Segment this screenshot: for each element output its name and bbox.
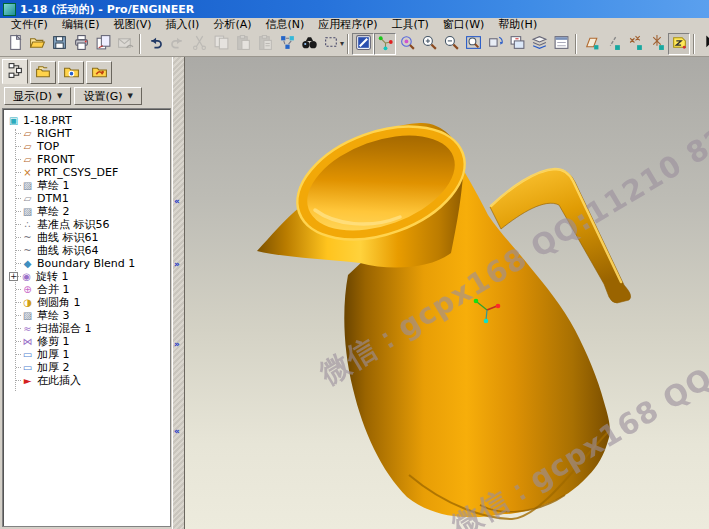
copy-button[interactable] [210,33,232,55]
tree-item-label[interactable]: Boundary Blend 1 [35,257,137,270]
menu-item-10[interactable]: 帮助(H) [491,18,544,31]
pitcher-funnel[interactable] [257,105,480,267]
paste-button[interactable] [232,33,254,55]
tree-item-label[interactable]: 倒圆角 1 [35,296,83,309]
tree-item[interactable]: ▨草绘 2 [3,205,170,218]
tree-item-label[interactable]: TOP [35,140,61,153]
datum-axes-button[interactable] [602,33,624,55]
tree-item-label[interactable]: 在此插入 [35,374,83,387]
save-button[interactable] [48,33,70,55]
tree-item-label[interactable]: 1-18.PRT [21,114,74,127]
repaint-button[interactable] [352,33,374,55]
datum-points-button[interactable] [624,33,646,55]
zoom-out-button[interactable] [440,33,462,55]
menu-item-3[interactable]: 视图(V) [106,18,158,31]
tree-item-label[interactable]: 合并 1 [35,283,72,296]
menu-item-5[interactable]: 分析(A) [206,18,258,31]
paste-special-button[interactable] [254,33,276,55]
refit-button[interactable] [462,33,484,55]
navigator-connections-tab[interactable] [86,61,112,84]
save-a-copy-button[interactable] [92,33,114,55]
view-manager-button[interactable] [550,33,572,55]
chevron-down-icon[interactable]: ▾ [340,39,344,48]
tree-item[interactable]: ▭加厚 1 [3,348,170,361]
tree-item-label[interactable]: PRT_CSYS_DEF [35,166,120,179]
tree-item-label[interactable]: 修剪 1 [35,335,72,348]
tree-item[interactable]: ▱DTM1 [3,192,170,205]
menu-item-9[interactable]: 窗口(W) [436,18,491,31]
tree-item[interactable]: ►在此插入 [3,374,170,387]
settings-button[interactable]: 设置(G) ▼ [74,87,142,105]
tree-item[interactable]: ~曲线 标识61 [3,231,170,244]
navigator-model-tree-tab[interactable] [2,59,28,84]
sash-collapse-icon[interactable]: « [174,197,180,205]
redo-button[interactable] [166,33,188,55]
spin-center-button[interactable] [374,33,396,55]
tree-item[interactable]: +◉旋转 1 [3,270,170,283]
menu-item-8[interactable]: 工具(T) [385,18,436,31]
tree-item-label[interactable]: 旋转 1 [34,270,71,283]
datum-planes-button[interactable] [580,33,602,55]
navigator-favorites-tab[interactable] [58,61,84,84]
cut-button[interactable] [188,33,210,55]
tree-item-label[interactable]: 曲线 标识61 [35,231,101,244]
tree-item-label[interactable]: 基准点 标识56 [35,218,112,231]
tree-item-label[interactable]: RIGHT [35,127,73,140]
tree-item[interactable]: ▭加厚 2 [3,361,170,374]
navigator-splitter[interactable]: « » » « [172,57,185,529]
tree-item-label[interactable]: 扫描混合 1 [35,322,94,335]
orient-mode-button[interactable] [396,33,418,55]
tree-item[interactable]: ∴基准点 标识56 [3,218,170,231]
select-items-button[interactable] [698,33,709,55]
tree-item[interactable]: ⋈修剪 1 [3,335,170,348]
tree-item[interactable]: ▱RIGHT [3,127,170,140]
print-button[interactable] [70,33,92,55]
tree-item-label[interactable]: FRONT [35,153,77,166]
tree-item[interactable]: ⊕合并 1 [3,283,170,296]
tree-item[interactable]: ≈扫描混合 1 [3,322,170,335]
regenerate-button[interactable] [276,33,298,55]
reorient-button[interactable] [484,33,506,55]
tree-item[interactable]: ▣1-18.PRT [3,114,170,127]
saved-views-button[interactable] [506,33,528,55]
menu-item-4[interactable]: 插入(I) [159,18,207,31]
pitcher-3d-model[interactable] [185,57,709,529]
tree-item-label[interactable]: 草绘 3 [35,309,72,322]
annotations-button[interactable] [668,33,690,55]
new-file-button[interactable] [4,33,26,55]
menu-item-7[interactable]: 应用程序(P) [311,18,384,31]
tree-item[interactable]: ◑倒圆角 1 [3,296,170,309]
tree-item-label[interactable]: 曲线 标识64 [35,244,101,257]
tree-item[interactable]: ◆Boundary Blend 1 [3,257,170,270]
title-bar[interactable]: 1-18 (活动的) - Pro/ENGINEER [0,0,709,18]
show-button[interactable]: 显示(D) ▼ [4,87,71,105]
undo-button[interactable] [144,33,166,55]
tree-item[interactable]: ~曲线 标识64 [3,244,170,257]
tree-item-label[interactable]: 加厚 2 [35,361,72,374]
zoom-in-button[interactable] [418,33,440,55]
sash-collapse-icon[interactable]: « [174,427,180,435]
app-icon[interactable] [3,3,16,16]
sash-open-icon[interactable]: » [174,260,180,268]
tree-item-label[interactable]: 草绘 1 [35,179,72,192]
tree-item[interactable]: ▱TOP [3,140,170,153]
find-button[interactable] [298,33,320,55]
open-file-button[interactable] [26,33,48,55]
send-email-button[interactable] [114,33,136,55]
datum-csys-button[interactable] [646,33,668,55]
expand-icon[interactable]: + [9,272,18,281]
navigator-folder-browser-tab[interactable] [30,61,56,84]
menu-item-6[interactable]: 信息(N) [259,18,312,31]
sash-open-icon[interactable]: » [174,340,180,348]
tree-item[interactable]: ▱FRONT [3,153,170,166]
tree-item[interactable]: ▨草绘 3 [3,309,170,322]
tree-item-label[interactable]: 草绘 2 [35,205,72,218]
layers-button[interactable] [528,33,550,55]
graphics-area[interactable]: 微信：gcpx168 QQ:11210 82190 微信：gcpx168 QQ:… [185,57,709,529]
tree-item[interactable]: ▨草绘 1 [3,179,170,192]
tree-item-label[interactable]: DTM1 [35,192,71,205]
select-special-button[interactable] [320,33,342,55]
tree-item[interactable]: ×PRT_CSYS_DEF [3,166,170,179]
tree-item-label[interactable]: 加厚 1 [35,348,72,361]
menu-item-1[interactable]: 文件(F) [4,18,55,31]
